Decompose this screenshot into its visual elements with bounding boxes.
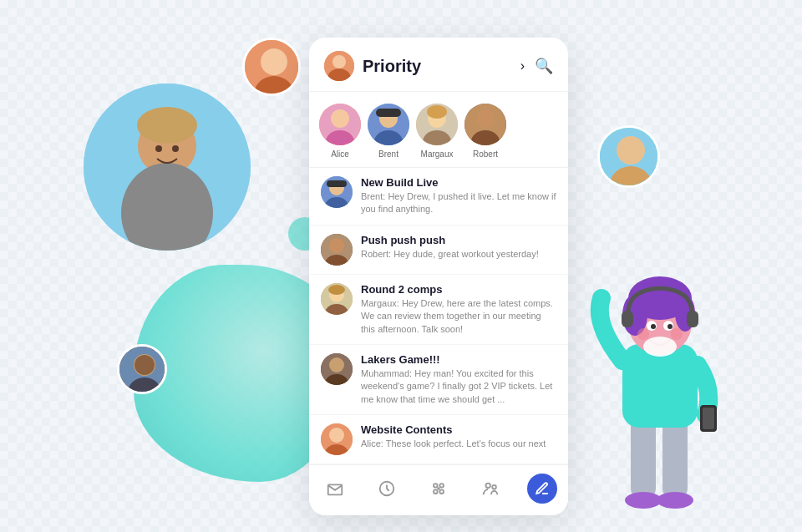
svg-rect-55: [327, 180, 347, 187]
message-item-1[interactable]: Push push push Robert: Hey dude, great w…: [309, 225, 568, 275]
bottom-nav: [309, 464, 568, 515]
svg-point-4: [155, 145, 162, 152]
svg-point-62: [328, 285, 345, 295]
msg-title-4: Website Contents: [361, 423, 556, 436]
svg-point-58: [329, 238, 344, 253]
svg-point-34: [671, 328, 683, 340]
svg-point-51: [476, 109, 495, 128]
message-list: New Build Live Brent: Hey Drew, I pushed…: [309, 168, 568, 464]
svg-point-48: [427, 105, 447, 119]
svg-point-32: [667, 324, 673, 329]
svg-point-76: [486, 484, 491, 489]
msg-avatar-4: [321, 423, 353, 455]
float-avatar-top: [242, 38, 301, 96]
msg-avatar-1: [321, 234, 353, 266]
msg-preview-0: Brent: Hey Drew, I pushed it live. Let m…: [361, 190, 556, 216]
svg-rect-22: [703, 408, 714, 429]
nav-compose[interactable]: [527, 474, 557, 504]
svg-point-14: [617, 136, 645, 165]
svg-point-7: [261, 48, 287, 75]
msg-preview-1: Robert: Hey dude, great workout yesterda…: [361, 248, 556, 261]
story-name-robert: Robert: [473, 149, 498, 159]
svg-point-19: [657, 492, 693, 509]
svg-point-75: [438, 488, 439, 489]
story-brent[interactable]: Brent: [368, 104, 409, 159]
msg-avatar-0: [321, 176, 353, 208]
nav-clock[interactable]: [372, 474, 402, 504]
svg-rect-44: [376, 109, 401, 117]
msg-preview-3: Muhammad: Hey man! You excited for this …: [361, 367, 556, 406]
svg-point-68: [329, 428, 344, 443]
msg-content-2: Round 2 comps Margaux: Hey Drew, here ar…: [361, 283, 556, 336]
story-avatar-alice: [319, 104, 361, 145]
search-icon[interactable]: 🔍: [535, 57, 553, 75]
svg-point-33: [637, 328, 649, 340]
page-title: Priority: [363, 57, 520, 76]
chevron-icon[interactable]: ›: [520, 58, 525, 73]
story-name-alice: Alice: [331, 149, 349, 159]
svg-point-11: [135, 355, 155, 375]
svg-point-5: [172, 145, 179, 152]
svg-rect-27: [622, 311, 633, 327]
msg-title-1: Push push push: [361, 234, 556, 246]
nav-contacts[interactable]: [475, 474, 505, 504]
svg-point-37: [332, 55, 346, 68]
svg-point-65: [329, 357, 344, 372]
svg-point-35: [643, 337, 677, 357]
story-name-brent: Brent: [378, 149, 398, 159]
story-row: Alice Brent Marg: [309, 92, 568, 168]
illustrated-character: [585, 215, 735, 532]
story-avatar-robert: [464, 104, 506, 145]
svg-point-31: [651, 324, 656, 329]
big-user-avatar: [84, 84, 251, 251]
story-alice[interactable]: Alice: [319, 104, 361, 159]
msg-content-4: Website Contents Alice: These look perfe…: [361, 423, 556, 450]
float-avatar-right: [597, 125, 660, 188]
float-avatar-bottom: [117, 344, 167, 394]
story-margaux[interactable]: Margaux: [416, 104, 458, 159]
msg-content-3: Lakers Game!!! Muhammad: Hey man! You ex…: [361, 353, 556, 406]
msg-content-0: New Build Live Brent: Hey Drew, I pushed…: [361, 176, 556, 216]
svg-point-77: [492, 485, 496, 489]
nav-grid[interactable]: [424, 474, 454, 504]
svg-rect-28: [687, 311, 698, 327]
story-robert[interactable]: Robert: [464, 104, 506, 159]
svg-point-71: [434, 484, 438, 488]
message-item-4[interactable]: Website Contents Alice: These look perfe…: [309, 415, 568, 464]
svg-point-74: [439, 490, 444, 494]
story-name-margaux: Margaux: [421, 149, 454, 159]
header-avatar: [324, 51, 354, 81]
message-item-3[interactable]: Lakers Game!!! Muhammad: Hey man! You ex…: [309, 345, 568, 415]
phone-header: Priority › 🔍: [309, 38, 568, 92]
msg-title-2: Round 2 comps: [361, 283, 556, 296]
msg-preview-2: Margaux: Hey Drew, here are the latest c…: [361, 297, 556, 336]
phone-card: Priority › 🔍 Alice: [309, 38, 568, 515]
msg-content-1: Push push push Robert: Hey dude, great w…: [361, 234, 556, 261]
svg-point-40: [331, 109, 349, 128]
svg-point-18: [625, 492, 662, 509]
msg-avatar-2: [321, 283, 353, 315]
msg-avatar-3: [321, 353, 353, 385]
svg-point-72: [439, 484, 444, 488]
story-avatar-brent: [368, 104, 409, 145]
msg-preview-4: Alice: These look perfect. Let's focus o…: [361, 438, 556, 450]
svg-point-73: [434, 490, 438, 494]
story-avatar-margaux: [416, 104, 458, 145]
nav-messages[interactable]: [320, 474, 350, 504]
msg-title-0: New Build Live: [361, 176, 556, 189]
svg-point-2: [137, 107, 197, 144]
message-item-2[interactable]: Round 2 comps Margaux: Hey Drew, here ar…: [309, 275, 568, 345]
message-item-0[interactable]: New Build Live Brent: Hey Drew, I pushed…: [309, 168, 568, 225]
msg-title-3: Lakers Game!!!: [361, 353, 556, 366]
